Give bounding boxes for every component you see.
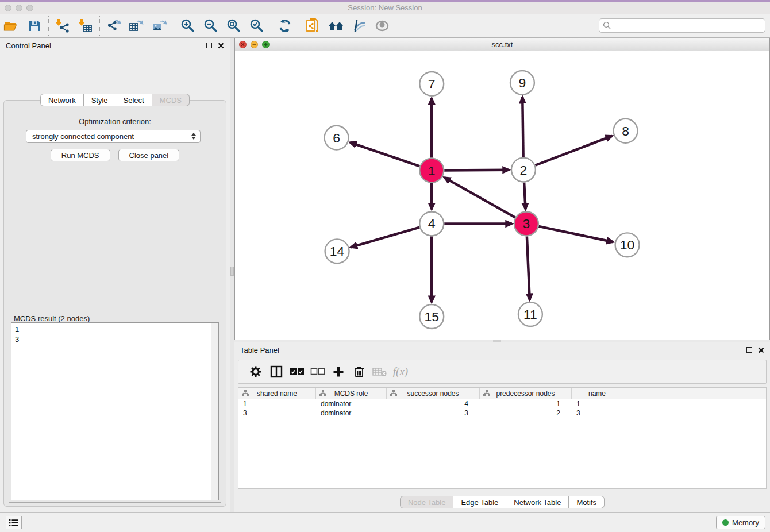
mcds-result-box[interactable]: 1 3 (11, 322, 219, 500)
table-row[interactable]: 3 dominator 3 2 3 (238, 408, 766, 418)
open-folder-icon (3, 19, 20, 33)
graph-node-10[interactable]: 10 (615, 233, 640, 257)
vertical-splitter[interactable] (230, 38, 234, 512)
save-session-button[interactable] (23, 16, 46, 36)
export-network-button[interactable] (102, 16, 125, 36)
export-network-icon (106, 18, 122, 33)
export-table-button[interactable] (125, 16, 148, 36)
float-panel-icon[interactable] (746, 347, 752, 353)
export-table-icon (129, 18, 145, 33)
search-box[interactable] (599, 18, 765, 33)
import-network-button[interactable] (51, 16, 74, 36)
export-image-button[interactable] (148, 16, 171, 36)
graph-node-15[interactable]: 15 (419, 304, 444, 329)
cell-mcds-role[interactable]: dominator (316, 400, 387, 408)
zoom-out-button[interactable] (199, 16, 222, 36)
optimization-criterion-select[interactable]: strongly connected component (26, 130, 201, 143)
tab-style[interactable]: Style (84, 94, 116, 106)
cell-name[interactable]: 3 (572, 409, 622, 417)
duplicate-network-button[interactable] (302, 16, 325, 36)
select-all-button[interactable] (287, 363, 307, 380)
column-header-name[interactable]: name (572, 388, 622, 399)
edge-1-2[interactable] (444, 170, 509, 171)
task-history-button[interactable] (6, 516, 22, 529)
edge-3-11[interactable] (527, 236, 530, 300)
cell-successor-nodes[interactable]: 3 (387, 409, 480, 417)
graph-node-6[interactable]: 6 (325, 126, 349, 150)
graph-node-2[interactable]: 2 (511, 158, 536, 182)
cell-predecessor-nodes[interactable]: 2 (480, 409, 572, 417)
table-settings-button[interactable] (245, 363, 266, 380)
splitter-handle[interactable] (230, 267, 234, 276)
show-all-button[interactable] (371, 16, 394, 36)
node-table[interactable]: shared name MCDS role successor nodes (238, 387, 767, 489)
status-bar: Memory (0, 512, 770, 532)
zoom-in-button[interactable] (176, 16, 199, 36)
graph-node-3[interactable]: 3 (514, 211, 538, 236)
cell-mcds-role[interactable]: dominator (316, 409, 387, 417)
window-title: Session: New Session (0, 3, 770, 12)
memory-status-icon (722, 519, 729, 526)
edge-2-3[interactable] (524, 183, 525, 210)
graph-node-7[interactable]: 7 (419, 72, 444, 96)
fx-icon: f(x) (393, 365, 408, 378)
edge-3-10[interactable] (538, 226, 613, 242)
delete-table-button[interactable] (369, 363, 390, 380)
close-panel-icon[interactable] (758, 347, 764, 353)
mcds-tab-content: Optimization criterion: strongly connect… (3, 100, 226, 507)
tab-node-table[interactable]: Node Table (400, 496, 454, 508)
network-window-titlebar[interactable]: scc.txt (235, 38, 769, 51)
close-panel-button[interactable]: Close panel (118, 149, 180, 161)
memory-button[interactable]: Memory (716, 516, 765, 529)
network-canvas[interactable]: 7968124314101511 (235, 51, 769, 340)
open-file-button[interactable] (0, 16, 23, 36)
edge-3-1[interactable] (444, 178, 515, 218)
zoom-selected-button[interactable] (245, 16, 268, 36)
graph-node-14[interactable]: 14 (325, 239, 349, 263)
node-label: 10 (620, 237, 635, 252)
tab-edge-table[interactable]: Edge Table (453, 496, 506, 508)
edge-2-9[interactable] (522, 97, 523, 157)
cell-shared-name[interactable]: 1 (238, 400, 316, 408)
edge-2-8[interactable] (535, 136, 612, 165)
add-column-button[interactable] (328, 363, 349, 380)
column-header-successor-nodes[interactable]: successor nodes (387, 388, 480, 399)
graph-node-8[interactable]: 8 (614, 119, 638, 143)
cell-predecessor-nodes[interactable]: 1 (480, 400, 572, 408)
result-scrollbar[interactable] (211, 323, 218, 500)
cell-successor-nodes[interactable]: 4 (387, 400, 480, 408)
close-panel-icon[interactable] (218, 43, 224, 49)
first-neighbors-button[interactable] (325, 16, 348, 36)
table-row[interactable]: 1 dominator 4 1 1 (238, 399, 766, 408)
column-layout-button[interactable] (266, 363, 287, 380)
hide-selected-button[interactable] (348, 16, 371, 36)
column-header-shared-name[interactable]: shared name (238, 388, 316, 399)
graph-node-9[interactable]: 9 (510, 71, 534, 95)
import-table-button[interactable] (74, 16, 97, 36)
float-panel-icon[interactable] (206, 43, 212, 48)
network-graph[interactable]: 7968124314101511 (235, 51, 769, 340)
cell-name[interactable]: 1 (572, 400, 622, 408)
graph-node-1[interactable]: 1 (419, 159, 444, 183)
graph-node-11[interactable]: 11 (518, 302, 542, 326)
column-header-predecessor-nodes[interactable]: predecessor nodes (480, 388, 572, 399)
edge-4-14[interactable] (351, 228, 420, 248)
tab-motifs[interactable]: Motifs (569, 496, 605, 508)
column-header-mcds-role[interactable]: MCDS role (316, 388, 387, 399)
function-builder-button[interactable]: f(x) (390, 363, 411, 380)
tab-select[interactable]: Select (116, 94, 152, 106)
run-mcds-button[interactable]: Run MCDS (51, 149, 110, 161)
zoom-fit-button[interactable] (222, 16, 245, 36)
apply-layout-button[interactable] (274, 16, 297, 36)
graph-node-4[interactable]: 4 (419, 211, 444, 236)
edge-1-6[interactable] (350, 142, 419, 167)
tab-network-table[interactable]: Network Table (506, 496, 569, 508)
toolbar-separator (99, 16, 100, 36)
deselect-all-button[interactable] (307, 363, 328, 380)
unchecked-boxes-icon (310, 368, 325, 376)
tab-mcds[interactable]: MCDS (152, 94, 190, 106)
cell-shared-name[interactable]: 3 (238, 409, 316, 417)
delete-column-button[interactable] (349, 363, 369, 380)
tab-network[interactable]: Network (40, 94, 84, 106)
search-input[interactable] (614, 21, 765, 30)
